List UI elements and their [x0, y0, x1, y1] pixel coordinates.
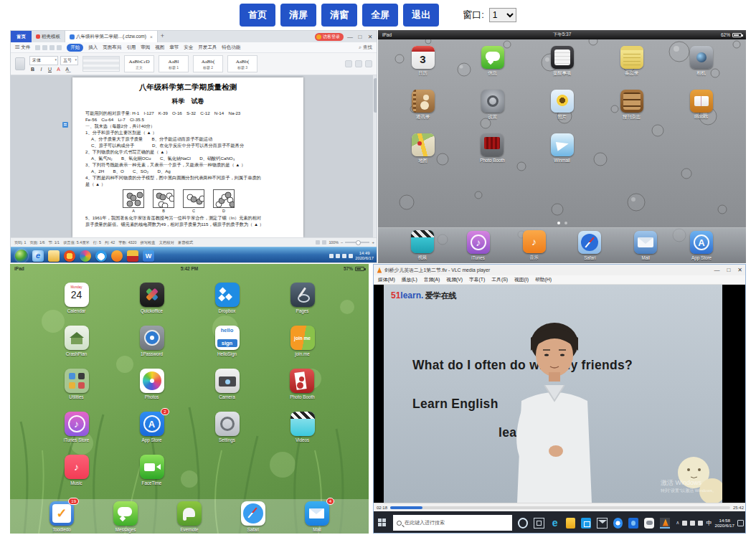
app-messages[interactable]: 信息: [481, 46, 504, 77]
start-button[interactable]: [15, 250, 28, 262]
ribbon-right-tools[interactable]: [345, 60, 372, 67]
media-player-icon[interactable]: [64, 250, 75, 262]
new-tab-button[interactable]: [161, 32, 169, 41]
style-heading3[interactable]: AaBb(标题 3: [227, 55, 257, 72]
menu-features[interactable]: 特色功能: [222, 44, 240, 51]
cortana-icon[interactable]: [518, 518, 528, 529]
start-button[interactable]: [377, 517, 387, 529]
tray-icon[interactable]: [336, 254, 340, 258]
menu-start[interactable]: 开始: [67, 44, 83, 52]
menu-view[interactable]: 视图: [155, 44, 164, 51]
app-joinme[interactable]: join mejoin.me: [290, 326, 315, 356]
dock-app-app-store[interactable]: App Store: [690, 231, 713, 260]
dock-app-safari[interactable]: Safari: [241, 501, 265, 532]
clear-screen-button[interactable]: 清屏: [280, 4, 316, 27]
dock-app-messages[interactable]: Messages: [113, 501, 138, 532]
network-icon[interactable]: [690, 521, 695, 526]
cloud-browser-icon[interactable]: [95, 250, 107, 262]
app-camera[interactable]: Camera: [215, 369, 240, 399]
menu-media[interactable]: 媒体(M): [378, 276, 395, 283]
zoom-out-button[interactable]: [341, 240, 344, 245]
minimize-icon[interactable]: [346, 34, 354, 40]
tray-icon[interactable]: [349, 254, 353, 258]
wps-icon[interactable]: [143, 250, 154, 262]
document-scrollbar[interactable]: [373, 75, 377, 237]
system-tray[interactable]: ∧ 中 14:58 2020/6/17: [676, 518, 744, 528]
dictionary-app-icon[interactable]: [127, 250, 138, 262]
guest-login-badge[interactable]: 访客登录: [315, 33, 344, 41]
window-select[interactable]: 1: [489, 8, 516, 22]
wps-document-tab[interactable]: 八年级科学第二学期…(.ctzw.com): [65, 31, 158, 42]
tray-icon[interactable]: [329, 254, 334, 258]
layout-icon[interactable]: [322, 240, 326, 245]
app-reminders[interactable]: 提醒事项: [551, 46, 574, 77]
close-icon[interactable]: ✕: [737, 267, 742, 273]
edge-icon[interactable]: [550, 518, 560, 529]
menu-references[interactable]: 引用: [126, 44, 136, 51]
close-tab-icon[interactable]: [150, 34, 153, 39]
home-button[interactable]: 首页: [240, 4, 275, 27]
file-explorer-icon[interactable]: [566, 518, 576, 529]
menu-review[interactable]: 审阅: [141, 44, 150, 51]
fullscreen-button[interactable]: 全屏: [362, 4, 398, 27]
folder-utilities[interactable]: Utilities: [65, 369, 89, 399]
vlc-taskbar-icon[interactable]: [660, 518, 670, 529]
minimize-icon[interactable]: —: [714, 267, 719, 273]
tray-expand-icon[interactable]: ∧: [676, 520, 679, 526]
app-photo-booth[interactable]: Photo Booth: [480, 133, 505, 164]
file-explorer-icon[interactable]: [48, 250, 60, 262]
font-name-select[interactable]: 宋体: [29, 56, 58, 65]
app-facetime[interactable]: FaceTime: [140, 455, 164, 485]
app-photos[interactable]: 照片: [551, 90, 574, 120]
paragraph-tools[interactable]: [82, 56, 120, 72]
screen-vlc-windows10[interactable]: 剑桥少儿英语二上1第二节.flv - VLC media player — □ …: [373, 264, 746, 534]
dock-app-toodledo[interactable]: 19Toodledo: [49, 501, 74, 532]
underline-button[interactable]: [47, 67, 53, 72]
clock[interactable]: 14:49 2020/6/17: [355, 251, 374, 260]
dock-app-mail[interactable]: Mail: [634, 231, 657, 260]
style-heading1[interactable]: AaBl标题 1: [159, 55, 189, 72]
file-menu[interactable]: 文件: [15, 44, 30, 51]
app-calendar[interactable]: Monday24Calendar: [65, 283, 89, 313]
bold-button[interactable]: [29, 67, 36, 72]
close-icon[interactable]: [367, 34, 374, 40]
app-camera[interactable]: 相机: [690, 46, 713, 77]
find-button[interactable]: 查找: [359, 44, 372, 51]
app-photo-booth[interactable]: Photo Booth: [290, 369, 315, 399]
screen-wps-windows7[interactable]: 首页 稻壳模板 八年级科学第二学期…(.ctzw.com) 访客登录 文件 开始…: [10, 30, 377, 263]
mail-icon[interactable]: [597, 518, 607, 529]
exit-button[interactable]: 退出: [403, 4, 439, 27]
style-heading2[interactable]: AaBb(标题 2: [193, 55, 223, 72]
comment-icon[interactable]: [62, 122, 68, 128]
zoom-in-button[interactable]: [372, 240, 374, 245]
volume-icon[interactable]: [698, 521, 703, 526]
style-normal[interactable]: AaBbCcD正文: [124, 55, 154, 72]
menu-section[interactable]: 章节: [169, 44, 179, 51]
browser-icon[interactable]: [613, 518, 623, 529]
app-notes[interactable]: 备忘录: [620, 46, 643, 77]
menu-view[interactable]: 视图(I): [514, 276, 529, 283]
font-size-select[interactable]: 五号: [60, 56, 78, 65]
dock-app-music[interactable]: 音乐: [523, 230, 546, 261]
italic-button[interactable]: [38, 67, 44, 72]
app-settings[interactable]: 设置: [481, 90, 504, 120]
photos-icon[interactable]: [628, 518, 638, 529]
dock-app-itunes[interactable]: iTunes: [467, 231, 490, 260]
app-dropbox[interactable]: Dropbox: [215, 283, 240, 313]
app-music[interactable]: Music: [65, 455, 89, 485]
clock[interactable]: 14:58 2020/6/17: [714, 518, 734, 528]
dock-app-evernote[interactable]: Evernote: [177, 501, 202, 532]
dock-app-mail[interactable]: 4Mail: [305, 501, 329, 532]
ime-indicator[interactable]: 中: [706, 519, 712, 527]
app-calendar[interactable]: 3日历: [412, 46, 435, 77]
app-hellosign[interactable]: hellosignHelloSign: [215, 326, 240, 356]
app-videos[interactable]: Videos: [290, 412, 315, 442]
clear-window-button[interactable]: 清窗: [321, 4, 357, 27]
app-newsstand[interactable]: 报刊杂志: [620, 90, 643, 120]
store-icon[interactable]: [581, 518, 591, 529]
app-itunes-store[interactable]: iTunes Store: [64, 412, 89, 442]
status-spellcheck[interactable]: 拼写检查: [140, 240, 155, 245]
dock-app-videos[interactable]: 视频: [411, 230, 434, 261]
status-proofread[interactable]: 文档校对: [159, 240, 174, 245]
wechat-icon[interactable]: [644, 518, 654, 529]
